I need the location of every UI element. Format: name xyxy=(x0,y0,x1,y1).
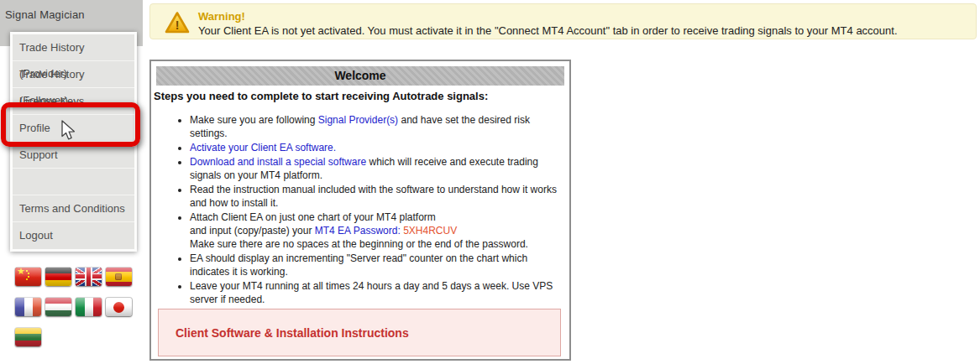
step-link[interactable]: Download and install a special software xyxy=(190,156,366,168)
sidebar-item-empty xyxy=(13,169,134,195)
japan-flag-icon[interactable] xyxy=(106,298,132,316)
step-item: Leave your MT4 running at all times 24 h… xyxy=(190,279,561,306)
installation-instructions-box: Client Software & Installation Instructi… xyxy=(158,309,561,356)
step-text: Make sure you are following xyxy=(190,114,318,126)
step-link[interactable]: MT4 EA Password: xyxy=(315,225,401,237)
warning-icon: ! xyxy=(165,11,190,38)
step-text: Attach Client EA on just one chart of yo… xyxy=(190,211,436,223)
china-flag-icon[interactable] xyxy=(15,268,41,286)
content-panel: Welcome Steps you need to complete to st… xyxy=(149,60,571,361)
language-flags xyxy=(15,268,138,346)
sidebar-item-label: Terms and Conditions xyxy=(19,202,125,215)
sidebar-item-label: License Keys xyxy=(19,95,84,107)
mouse-cursor-icon xyxy=(59,120,77,145)
sidebar-item-label: Support xyxy=(19,148,58,161)
italy-flag-icon[interactable] xyxy=(76,298,102,316)
step-text: EA should display an incrementing "Serve… xyxy=(190,252,527,278)
app-title: Signal Magician xyxy=(5,8,85,21)
svg-text:!: ! xyxy=(176,18,180,32)
sidebar-item-support[interactable]: Support xyxy=(13,142,134,169)
step-item: Make sure you are following Signal Provi… xyxy=(190,113,561,140)
installation-instructions-title: Client Software & Installation Instructi… xyxy=(176,326,409,340)
step-text: Make sure there are no spaces at the beg… xyxy=(190,238,528,250)
sidebar-item-label: Profile xyxy=(19,122,50,134)
warning-banner: ! Warning! Your Client EA is not yet act… xyxy=(149,3,977,39)
lithuania-flag-icon[interactable] xyxy=(15,328,41,346)
sidebar-item-license-keys[interactable]: License Keys xyxy=(13,88,134,115)
steps-intro: Steps you need to complete to start rece… xyxy=(154,90,488,102)
uk-flag-icon[interactable] xyxy=(76,268,102,286)
step-item: Attach Client EA on just one chart of yo… xyxy=(190,211,561,251)
sidebar-item-trade-history-provider[interactable]: Trade History (Provider) xyxy=(13,34,134,61)
hungary-flag-icon[interactable] xyxy=(45,298,71,316)
spain-flag-icon[interactable] xyxy=(106,268,132,286)
sidebar-item-label: Logout xyxy=(19,229,53,242)
step-link[interactable]: Signal Provider(s) xyxy=(318,114,398,126)
sidebar-item-trade-history-follower[interactable]: Trade History (Follower) xyxy=(13,61,134,88)
ea-password-value: 5XH4RCUV xyxy=(403,225,457,237)
warning-message: Your Client EA is not yet activated. You… xyxy=(198,24,898,37)
step-text: Read the instruction manual included wit… xyxy=(190,184,557,209)
step-item: Download and install a special software … xyxy=(190,155,561,182)
france-flag-icon[interactable] xyxy=(15,298,41,316)
warning-title: Warning! xyxy=(198,10,245,23)
step-item: EA should display an incrementing "Serve… xyxy=(190,252,561,278)
steps-list: Make sure you are following Signal Provi… xyxy=(151,113,561,307)
step-item: Activate your Client EA software. xyxy=(190,141,561,154)
germany-flag-icon[interactable] xyxy=(45,268,71,286)
step-link[interactable]: Activate your Client EA software. xyxy=(190,142,336,153)
step-text: Leave your MT4 running at all times 24 h… xyxy=(190,280,553,305)
welcome-header: Welcome xyxy=(156,66,564,86)
step-item: Read the instruction manual included wit… xyxy=(190,183,561,210)
sidebar-item-terms-and-conditions[interactable]: Terms and Conditions xyxy=(13,195,134,222)
sidebar-item-logout[interactable]: Logout xyxy=(13,222,134,249)
step-text: and input (copy/paste) your xyxy=(190,225,315,237)
